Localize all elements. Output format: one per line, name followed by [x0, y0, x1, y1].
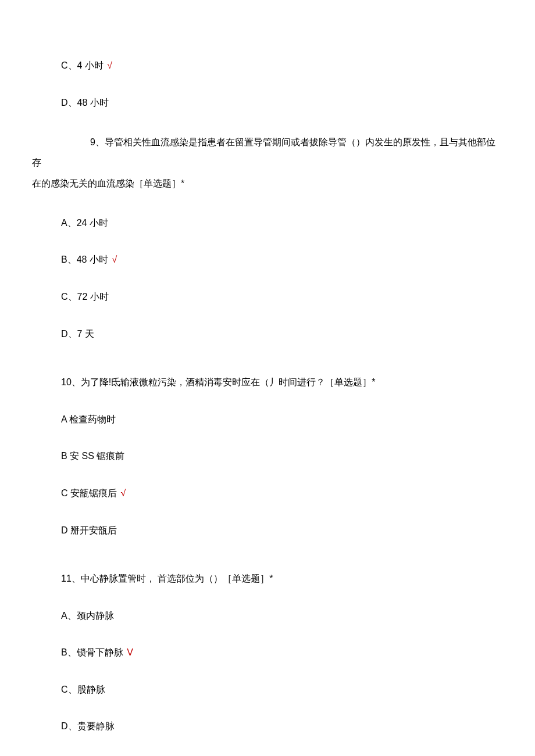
option-line: B、48 小时 √ — [32, 252, 503, 267]
option-line: D 掰开安瓿后 — [32, 523, 503, 538]
option-label: C 安瓿锯痕后 — [61, 488, 117, 498]
option-label: B 安 SS 锯痕前 — [61, 451, 124, 461]
option-line: B、锁骨下静脉 V — [32, 645, 503, 660]
question-line-1: 11、中心静脉置管时， 首选部位为（）［单选题］* — [61, 574, 273, 583]
question-line-1: 10、为了降!氐输液微粒污染，酒精消毒安时应在（丿时间进行？［单选题］* — [61, 377, 375, 387]
option-label: A、颈内静脉 — [61, 611, 114, 621]
option-line: D、48 小时 — [32, 95, 503, 110]
option-line: C、股静脉 — [32, 682, 503, 697]
check-icon: √ — [107, 60, 112, 70]
option-label: C、股静脉 — [61, 685, 105, 694]
option-line: D、7 天 — [32, 327, 503, 342]
question-text: 11、中心静脉置管时， 首选部位为（）［单选题］* — [32, 571, 503, 586]
option-line: C 安瓿锯痕后 √ — [32, 486, 503, 501]
question-text: 9、导管相关性血流感染是指患者在留置导管期间或者拔除导管（）内发生的原发性，且与… — [32, 132, 503, 194]
option-label: C、4 小时 — [61, 60, 104, 70]
question-line-2: 在的感染无关的血流感染［单选题］* — [32, 178, 184, 188]
option-label: B、48 小时 — [61, 255, 108, 264]
option-label: C、72 小时 — [61, 292, 109, 302]
option-line: D、贵要静脉 — [32, 719, 503, 734]
option-label: D 掰开安瓿后 — [61, 525, 117, 535]
option-line: C、72 小时 — [32, 289, 503, 304]
spacer — [32, 560, 503, 571]
option-line: C、4 小时 √ — [32, 58, 503, 73]
option-label: A、24 小时 — [61, 218, 108, 228]
check-icon: V — [127, 647, 133, 657]
question-line-1: 9、导管相关性血流感染是指患者在留置导管期间或者拔除导管（）内发生的原发性，且与… — [32, 137, 495, 167]
option-label: D、48 小时 — [61, 98, 109, 108]
option-line: B 安 SS 锯痕前 — [32, 449, 503, 464]
option-label: A 检查药物时 — [61, 414, 116, 424]
check-icon: √ — [120, 488, 126, 498]
option-line: A、24 小时 — [32, 216, 503, 231]
option-label: D、贵要静脉 — [61, 721, 115, 731]
spacer — [32, 363, 503, 375]
question-text: 10、为了降!氐输液微粒污染，酒精消毒安时应在（丿时间进行？［单选题］* — [32, 375, 503, 390]
option-line: A 检查药物时 — [32, 412, 503, 427]
option-line: A、颈内静脉 — [32, 608, 503, 624]
option-label: D、7 天 — [61, 329, 94, 339]
option-label: B、锁骨下静脉 — [61, 647, 123, 657]
check-icon: √ — [112, 255, 117, 264]
